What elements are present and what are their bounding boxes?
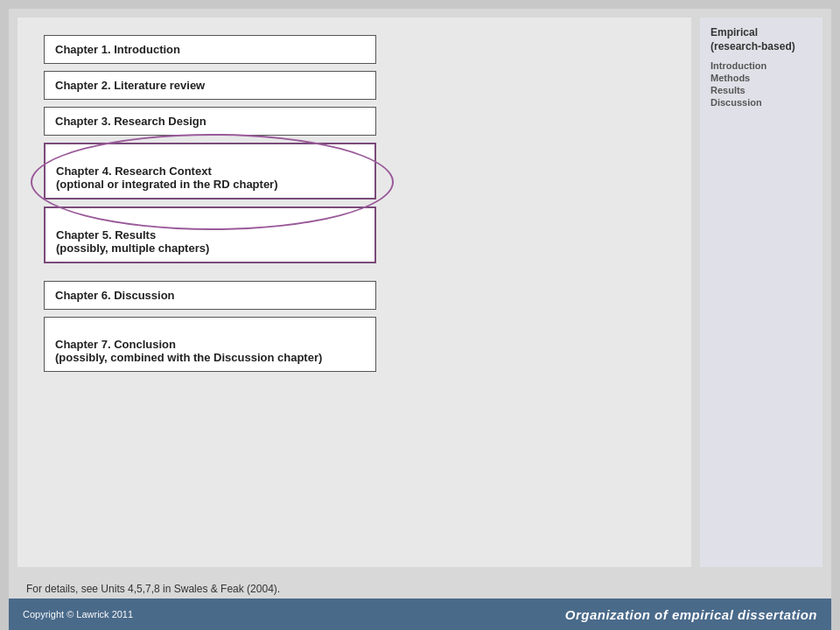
chapter-2-label: Chapter 2. Literature review <box>55 79 205 92</box>
oval-wrapper: Chapter 4. Research Context (optional or… <box>44 143 665 270</box>
chapter-3-box: Chapter 3. Research Design <box>44 107 376 136</box>
page-title: Organization of empirical dissertation <box>565 607 817 622</box>
footer-label: For details, see Units 4,5,7,8 in Swales… <box>26 583 280 595</box>
main-container: Chapter 1. Introduction Chapter 2. Liter… <box>9 9 831 630</box>
bottom-bar: Copyright © Lawrick 2011 Organization of… <box>9 598 831 630</box>
section-methods: Methods <box>710 73 812 83</box>
footer-text: For details, see Units 4,5,7,8 in Swales… <box>9 576 831 598</box>
right-panel: Empirical (research-based) Introduction … <box>700 18 822 567</box>
left-panel: Chapter 1. Introduction Chapter 2. Liter… <box>18 18 691 567</box>
copyright-label: Copyright © Lawrick 2011 <box>23 609 133 620</box>
chapter-1-label: Chapter 1. Introduction <box>55 43 180 56</box>
chapter-7-box: Chapter 7. Conclusion (possibly, combine… <box>44 317 376 372</box>
chapter-6-label: Chapter 6. Discussion <box>55 289 175 302</box>
section-introduction: Introduction <box>710 60 812 71</box>
chapter-6-box: Chapter 6. Discussion <box>44 281 376 310</box>
chapter-4-label: Chapter 4. Research Context (optional or… <box>56 164 278 191</box>
chapter-3-label: Chapter 3. Research Design <box>55 115 206 128</box>
chapter-4-box: Chapter 4. Research Context (optional or… <box>44 143 376 200</box>
empirical-title: Empirical (research-based) <box>710 26 812 53</box>
section-results: Results <box>710 85 812 95</box>
chapter-7-label: Chapter 7. Conclusion (possibly, combine… <box>55 338 322 364</box>
chapter-2-box: Chapter 2. Literature review <box>44 71 376 100</box>
chapter-5-label: Chapter 5. Results (possibly, multiple c… <box>56 228 209 255</box>
chapter-5-box: Chapter 5. Results (possibly, multiple c… <box>44 206 376 263</box>
section-discussion: Discussion <box>710 97 812 108</box>
content-area: Chapter 1. Introduction Chapter 2. Liter… <box>9 9 831 576</box>
chapter-1-box: Chapter 1. Introduction <box>44 35 376 64</box>
